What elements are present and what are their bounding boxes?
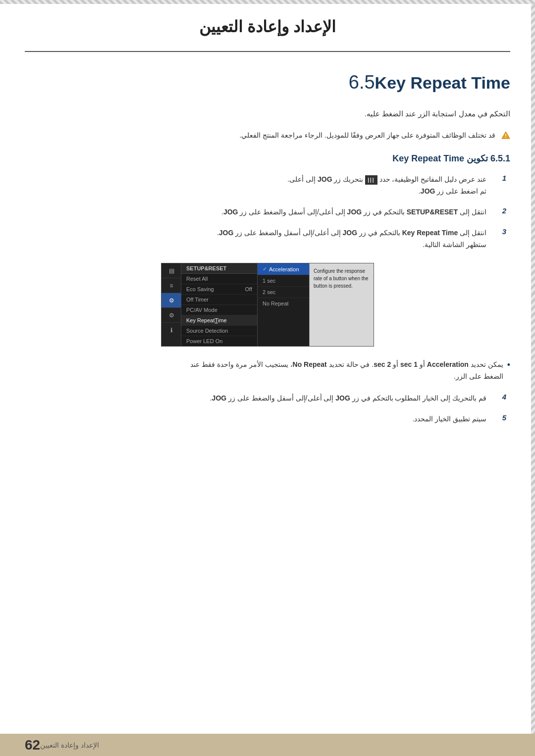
warning-text: قد تختلف الوظائف المتوفرة على جهاز العرض… — [240, 130, 495, 141]
step-3: 3 انتقل إلى Key Repeat Time بالتحكم في ز… — [25, 227, 510, 251]
sub-section-label: تكوين — [467, 153, 488, 163]
footer-text: الإعداد وإعادة التعيين — [40, 741, 99, 749]
step-1-text: عند عرض دليل المفاتيح الوظيفية، حدد ||| … — [25, 174, 486, 198]
description-text: التحكم في معدل استجابة الزر عند الضغط عل… — [25, 108, 510, 120]
menu-item-offtimer: Off Timer — [181, 295, 257, 305]
section-header: 6.5 Key Repeat Time — [25, 72, 510, 93]
submenu-item-1sec: 1 sec — [258, 275, 309, 287]
menu-item-eco: Eco SavingOff — [181, 284, 257, 295]
step-3-text: انتقل إلى Key Repeat Time بالتحكم في زر … — [25, 227, 486, 251]
bullet-section: • يمكن تحديد Acceleration أو 1 sec أو 2 … — [25, 359, 510, 383]
menu-item-keyrepeat: Key RepeatTime — [181, 315, 257, 326]
section-title: Key Repeat Time — [375, 73, 510, 93]
sub-section-key-title: Key Repeat Time — [392, 153, 464, 163]
bullet-text-1: يمكن تحديد Acceleration أو 1 sec أو 2 se… — [25, 359, 503, 383]
menu-item-reset: Reset All — [181, 274, 257, 284]
step-4-number: 4 — [486, 393, 506, 401]
sub-section-title: 6.5.1 تكوين Key Repeat Time — [25, 153, 510, 164]
menu-icon-3: ⚙ — [161, 293, 181, 308]
page-header: الإعداد وإعادة التعيين — [25, 10, 510, 52]
menu-item-pcav: PC/AV Mode — [181, 305, 257, 315]
bullet-icon: • — [507, 359, 510, 371]
step-5-number: 5 — [486, 413, 506, 422]
menu-icon-1: ▤ — [161, 263, 181, 278]
menu-icon-4: ⚙ — [161, 308, 181, 323]
submenu-item-accel: ✓ Acceleration — [258, 263, 309, 275]
menu-items: SETUP&RESET Reset All Eco SavingOff Off … — [181, 263, 257, 346]
footer: الإعداد وإعادة التعيين 62 — [0, 734, 535, 756]
warning-note: ! قد تختلف الوظائف المتوفرة على جهاز الع… — [25, 130, 510, 141]
menu-icon-5: ℹ — [161, 323, 181, 338]
sub-section-number: 6.5.1 — [490, 153, 510, 163]
hint-box: Configure the response rate of a button … — [309, 263, 374, 346]
submenu-item-norepeat: No Repeat — [258, 298, 309, 309]
step-2: 2 انتقل إلى SETUP&RESET بالتحكم في زر JO… — [25, 206, 510, 218]
svg-text:!: ! — [505, 133, 506, 139]
step-4-text: قم بالتحريك إلى الخيار المطلوب بالتحكم ف… — [25, 393, 486, 404]
step-3-number: 3 — [486, 227, 506, 236]
step-5: 5 سيتم تطبيق الخيار المحدد. — [25, 413, 510, 425]
submenu: ✓ Acceleration 1 sec 2 sec No Repeat — [257, 263, 309, 346]
bullet-item-1: • يمكن تحديد Acceleration أو 1 sec أو 2 … — [25, 359, 510, 383]
menu-item-powerled: Power LED On — [181, 336, 257, 346]
header-title: الإعداد وإعادة التعيين — [199, 18, 336, 36]
menu-screenshot: ▤ ≡ ⚙ ⚙ ℹ SETUP&RESET Reset All Eco Savi… — [25, 263, 510, 347]
footer-page-number: 62 — [25, 737, 40, 753]
section-number: 6.5 — [349, 72, 375, 93]
warning-icon: ! — [501, 131, 510, 140]
step-1-number: 1 — [486, 174, 506, 182]
menu-icon-2: ≡ — [161, 278, 181, 293]
step-2-text: انتقل إلى SETUP&RESET بالتحكم في زر JOG … — [25, 206, 486, 218]
step-2-number: 2 — [486, 206, 506, 215]
menu-item-source: Source Detection — [181, 326, 257, 336]
main-content: التحكم في معدل استجابة الزر عند الضغط عل… — [25, 108, 510, 425]
submenu-item-2sec: 2 sec — [258, 287, 309, 298]
menu-header-label: SETUP&RESET — [181, 263, 257, 274]
step-5-text: سيتم تطبيق الخيار المحدد. — [25, 413, 486, 425]
step-1: 1 عند عرض دليل المفاتيح الوظيفية، حدد ||… — [25, 174, 510, 198]
step-4: 4 قم بالتحريك إلى الخيار المطلوب بالتحكم… — [25, 393, 510, 404]
